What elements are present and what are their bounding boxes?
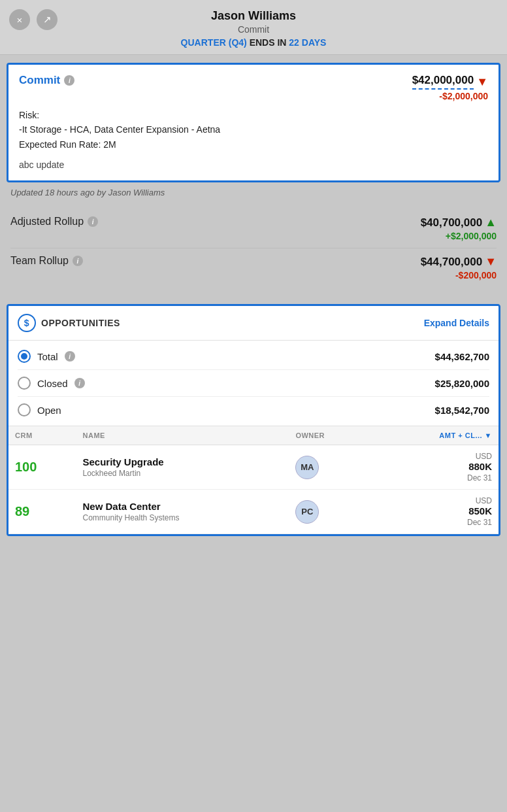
header: × ↗ Jason Williams Commit QUARTER (Q4) E… (0, 0, 507, 55)
commit-body: Risk: -It Storage - HCA, Data Center Exp… (19, 108, 488, 152)
commit-run-rate: Expected Run Rate: 2M (19, 137, 488, 152)
radio-row-closed[interactable]: Closed i $25,820,000 (18, 370, 489, 397)
opportunities-section: $ OPPORTUNITIES Expand Details Total i $… (7, 304, 500, 536)
owner-avatar-1: MA (295, 456, 319, 479)
table-header-row: CRM NAME OWNER AMT + CL... ▼ (8, 426, 499, 445)
expand-details-button[interactable]: Expand Details (424, 318, 489, 328)
stats-section: Adjusted Rollup i $40,700,000 ▲ +$2,000,… (0, 203, 507, 296)
commit-header: Commit i $42,000,000 ▼ -$2,000,000 (19, 74, 488, 101)
opportunities-header: $ OPPORTUNITIES Expand Details (8, 306, 499, 341)
header-icons: × ↗ (9, 9, 57, 30)
team-rollup-label: Team Rollup i (10, 255, 83, 267)
updated-row: Updated 18 hours ago by Jason Williams (0, 182, 507, 203)
crm-score-1: 100 (8, 445, 76, 490)
updated-author: Jason Williams (108, 188, 165, 197)
expand-button[interactable]: ↗ (37, 9, 57, 30)
col-name: NAME (76, 426, 289, 445)
radio-closed-value: $25,820,000 (435, 378, 489, 389)
commit-section: Commit i $42,000,000 ▼ -$2,000,000 Risk:… (7, 63, 500, 182)
radio-rows: Total i $44,362,700 Closed i $25,820,000… (8, 341, 499, 426)
header-subtitle: Commit (13, 24, 494, 35)
commit-label: Commit (19, 74, 60, 87)
crm-score-2: 89 (8, 490, 76, 534)
opportunities-title: $ OPPORTUNITIES (18, 314, 120, 332)
radio-open-label: Open (37, 405, 61, 416)
owner-avatar-2: PC (295, 500, 319, 524)
updated-time: 18 hours ago (45, 188, 95, 197)
updated-label: Updated (10, 188, 42, 197)
team-rollup-info-icon[interactable]: i (73, 256, 83, 266)
radio-total-value: $44,362,700 (435, 351, 489, 362)
radio-row-total[interactable]: Total i $44,362,700 (18, 343, 489, 370)
radio-total-label: Total (37, 351, 58, 362)
commit-down-arrow-icon: ▼ (476, 75, 488, 89)
team-rollup-down-icon: ▼ (485, 255, 497, 269)
closed-info-icon[interactable]: i (74, 378, 85, 388)
adjusted-rollup-up-icon: ▲ (485, 216, 497, 229)
adjusted-rollup-row: Adjusted Rollup i $40,700,000 ▲ +$2,000,… (10, 209, 497, 248)
radio-open-value: $18,542,700 (435, 405, 489, 416)
total-info-icon[interactable]: i (65, 351, 75, 362)
adjusted-rollup-label: Adjusted Rollup i (10, 216, 98, 228)
radio-row-open[interactable]: Open $18,542,700 (18, 397, 489, 423)
radio-closed-label: Closed (37, 378, 68, 389)
amount-cell-1: USD 880K Dec 31 (371, 445, 499, 490)
radio-closed[interactable] (18, 377, 31, 390)
commit-amount: $42,000,000 ▼ -$2,000,000 (412, 74, 488, 101)
radio-open[interactable] (18, 403, 31, 416)
table-row[interactable]: 89 New Data Center Community Health Syst… (8, 490, 499, 534)
opportunities-table: CRM NAME OWNER AMT + CL... ▼ 100 Securit… (8, 426, 499, 534)
commit-amount-main: $42,000,000 ▼ (412, 74, 488, 90)
opp-name-cell-2: New Data Center Community Health Systems (76, 490, 289, 534)
commit-title: Commit i (19, 74, 74, 87)
opp-name-cell-1: Security Upgrade Lockheed Martin (76, 445, 289, 490)
commit-risk-detail: -It Storage - HCA, Data Center Expansion… (19, 122, 488, 137)
commit-note: abc update (19, 160, 488, 170)
commit-info-icon[interactable]: i (64, 75, 74, 86)
commit-amount-value: $42,000,000 (412, 74, 474, 90)
opportunities-label: OPPORTUNITIES (41, 318, 120, 328)
adjusted-rollup-value: $40,700,000 ▲ +$2,000,000 (421, 216, 497, 241)
header-quarter: QUARTER (Q4) ENDS IN 22 DAYS (13, 37, 494, 48)
dollar-circle-icon: $ (18, 314, 36, 332)
commit-amount-change: -$2,000,000 (412, 91, 488, 101)
owner-cell-1: MA (289, 445, 370, 490)
team-rollup-value: $44,700,000 ▼ -$200,000 (421, 255, 497, 280)
table-row[interactable]: 100 Security Upgrade Lockheed Martin MA … (8, 445, 499, 490)
owner-cell-2: PC (289, 490, 370, 534)
amt-dropdown-icon[interactable]: ▼ (485, 431, 492, 439)
header-name: Jason Williams (13, 9, 494, 23)
commit-risk-label: Risk: (19, 108, 488, 122)
close-button[interactable]: × (9, 9, 30, 30)
days-label: 22 DAYS (289, 37, 326, 48)
radio-total[interactable] (18, 350, 31, 363)
quarter-label: QUARTER (Q4) (181, 37, 247, 48)
adjusted-rollup-info-icon[interactable]: i (88, 216, 98, 227)
col-amt[interactable]: AMT + CL... ▼ (371, 426, 499, 445)
amount-cell-2: USD 850K Dec 31 (371, 490, 499, 534)
updated-by: by (97, 188, 106, 197)
adjusted-rollup-amount: $40,700,000 (421, 216, 483, 229)
adjusted-rollup-change: +$2,000,000 (421, 231, 497, 241)
team-rollup-row: Team Rollup i $44,700,000 ▼ -$200,000 (10, 248, 497, 287)
ends-in-label: ENDS IN (250, 37, 287, 48)
col-crm: CRM (8, 426, 76, 445)
team-rollup-change: -$200,000 (421, 270, 497, 280)
team-rollup-amount: $44,700,000 (421, 256, 483, 269)
col-owner: OWNER (289, 426, 370, 445)
